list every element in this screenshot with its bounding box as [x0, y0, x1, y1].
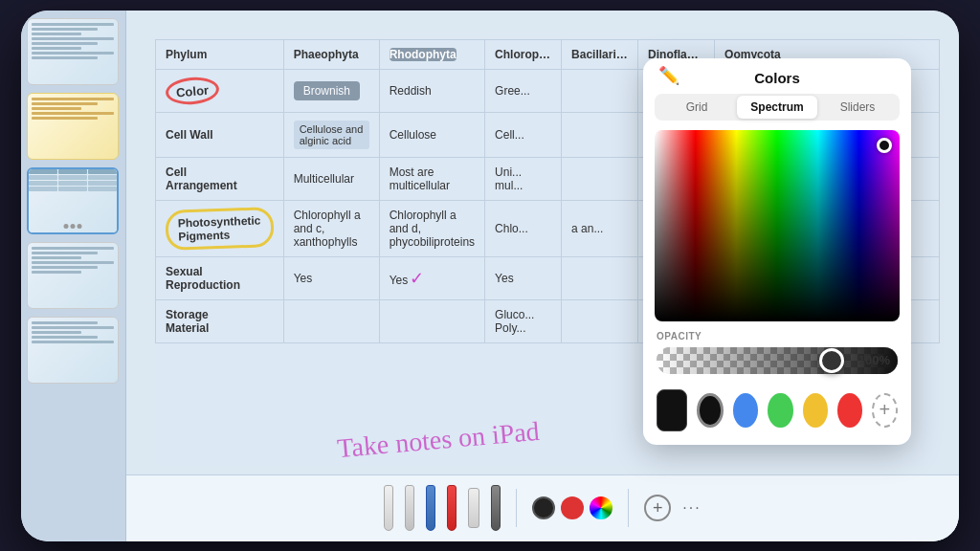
cell-stor-chlorophyta: Gluco...Poly... — [485, 299, 562, 342]
header-chlorophyta: Chloro­phyta — [485, 39, 562, 69]
device-screen: Phylum Phaeophyta Rhodophyta Chloro­phyt… — [21, 11, 959, 541]
header-bacillario: Bacillario­phyta — [562, 39, 638, 69]
brownish-badge: Brownish — [294, 81, 360, 100]
cell-color-bacillario — [562, 69, 638, 112]
sidebar-thumb-5[interactable] — [27, 317, 119, 384]
pencil-gray-tool[interactable] — [491, 485, 501, 531]
main-content: Phylum Phaeophyta Rhodophyta Chloro­phyt… — [126, 11, 959, 541]
cell-stor-rhodophyta — [379, 299, 484, 342]
sidebar-thumb-2[interactable] — [27, 93, 119, 160]
swatch-rainbow[interactable] — [590, 496, 612, 519]
rhodophyta-badge: Rhodophyta — [390, 48, 457, 61]
tab-sliders[interactable]: Sliders — [817, 96, 898, 119]
cell-color-rhodophyta: Reddish — [379, 69, 484, 112]
cell-repro-phaeophyta: Yes — [283, 256, 379, 299]
popup-tabs: Grid Spectrum Sliders — [655, 94, 900, 121]
sidebar-thumb-4[interactable] — [27, 242, 119, 309]
cell-stor-bacillario — [562, 299, 638, 342]
swatch-row — [532, 496, 612, 519]
cell-wall-phaeophyta: Cellulose and alginic acid — [283, 112, 379, 157]
cell-arr-phaeophyta: Multicellular — [283, 157, 379, 200]
row-header-pigments: PhotosyntheticPigments — [156, 200, 284, 256]
cell-arr-chlorophyta: Uni...mul... — [485, 157, 562, 200]
pen-icon: ✏️ — [658, 65, 679, 86]
photosynthetic-circle-annotation: PhotosyntheticPigments — [165, 207, 274, 251]
header-phylum: Phylum — [156, 39, 284, 69]
cell-repro-chlorophyta: Yes — [485, 256, 562, 299]
checkmark-rhodophyta: ✓ — [410, 269, 424, 288]
pencil-gray — [491, 485, 501, 531]
swatches-section: + — [643, 380, 911, 445]
colors-popup: ✏️ Colors Grid Spectrum Sliders OPACITY — [643, 58, 911, 445]
header-rhodophyta: Rhodophyta — [379, 39, 484, 69]
color-swatch-circle-yellow[interactable] — [803, 393, 828, 428]
color-swatch-black-square[interactable] — [657, 389, 687, 431]
cell-arr-rhodophyta: Most are multicellular — [379, 157, 484, 200]
color-swatch-circle-blue[interactable] — [733, 393, 758, 428]
row-header-cellwall: Cell Wall — [156, 112, 284, 157]
bottom-toolbar: + ··· — [126, 474, 959, 541]
cell-color-chlorophyta truncated: Gree... — [485, 69, 562, 112]
cell-pig-bacillario: a an... — [562, 200, 638, 256]
spectrum-cursor[interactable] — [877, 138, 892, 153]
popup-title: Colors — [754, 70, 800, 86]
opacity-slider[interactable]: 100% — [657, 347, 898, 374]
cell-wall-bacillario — [562, 112, 638, 157]
device-frame: Phylum Phaeophyta Rhodophyta Chloro­phyt… — [21, 11, 959, 541]
header-phaeophyta: Phaeophyta — [283, 39, 379, 69]
pen-white — [384, 485, 393, 531]
row-header-storage: StorageMaterial — [156, 299, 284, 342]
sidebar — [21, 11, 126, 541]
pen-white-2 — [405, 485, 414, 531]
pen-red — [447, 485, 457, 531]
toolbar-separator-2 — [628, 489, 629, 527]
cell-repro-bacillario — [562, 256, 638, 299]
pen-blue — [426, 485, 435, 531]
cell-stor-phaeophyta — [283, 299, 379, 342]
pencil-white-tool[interactable] — [384, 485, 393, 531]
opacity-section: OPACITY 100% — [643, 321, 911, 380]
tab-spectrum[interactable]: Spectrum — [737, 96, 817, 119]
cell-color-phaeophyta: Brownish — [283, 69, 379, 112]
cell-repro-rhodophyta: Yes✓ — [379, 256, 484, 299]
add-swatch-button[interactable]: + — [872, 393, 898, 428]
color-circle-annotation: Color — [165, 75, 220, 106]
color-swatch-circle-black[interactable] — [697, 393, 724, 428]
cell-pig-rhodophyta: Chlorophyll a and d, phycobiliproteins — [379, 200, 484, 256]
eraser — [468, 488, 479, 528]
cell-wall-rhodophyta: Cellulose — [379, 112, 484, 157]
color-swatch-circle-red[interactable] — [837, 393, 862, 428]
cellulose-alginic-badge: Cellulose and alginic acid — [294, 121, 369, 149]
cell-pig-phaeophyta: Chlorophyll a and c, xanthophylls — [283, 200, 379, 256]
row-header-reproduction: SexualReproduction — [156, 256, 284, 299]
add-tool-button[interactable]: + — [644, 495, 671, 521]
sidebar-thumb-3[interactable] — [27, 167, 119, 234]
row-header-color: Color — [156, 69, 284, 112]
pen-blue-tool[interactable] — [426, 485, 435, 531]
pen-red-tool[interactable] — [447, 485, 457, 531]
more-tools-button[interactable]: ··· — [682, 499, 701, 517]
eraser-tool[interactable] — [468, 488, 479, 528]
row-header-arrangement: CellArrangement — [156, 157, 284, 200]
cell-pig-chlorophyta: Chlo... — [485, 200, 562, 256]
swatch-red[interactable] — [561, 496, 584, 519]
opacity-value: 100% — [858, 353, 890, 367]
opacity-label: OPACITY — [657, 331, 898, 342]
tab-grid[interactable]: Grid — [657, 96, 737, 119]
toolbar-separator-1 — [516, 489, 517, 527]
pencil-white-tool-2[interactable] — [405, 485, 414, 531]
cell-arr-bacillario — [562, 157, 638, 200]
color-swatch-circle-green[interactable] — [768, 393, 792, 428]
spectrum-gradient[interactable] — [655, 130, 900, 321]
cell-wall-chlorophyta: Cell... — [485, 112, 562, 157]
sidebar-thumb-1[interactable] — [27, 18, 119, 85]
popup-header: ✏️ Colors — [643, 58, 911, 94]
swatch-black[interactable] — [532, 496, 555, 519]
opacity-thumb[interactable] — [819, 348, 844, 373]
